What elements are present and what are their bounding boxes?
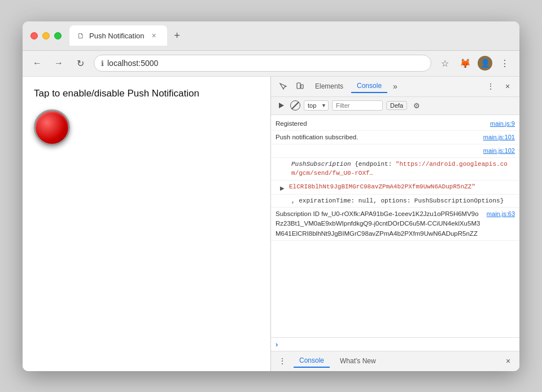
context-selector-wrapper: top ▼ — [304, 100, 329, 111]
tab-title: Push Notification — [89, 32, 145, 40]
console-play-button[interactable] — [276, 100, 287, 111]
console-filter-input[interactable] — [332, 100, 383, 111]
devtools-tab-elements[interactable]: Elements — [309, 80, 349, 93]
title-bar: 🗋 Push Notification × + — [23, 21, 519, 51]
console-msg-elcri: ElCRI8blhNt9JgBIMGrC98avZPmA4b2PXfm9UwN6… — [289, 182, 515, 192]
devtools-toolbar: Elements Console » ⋮ × — [271, 77, 519, 97]
devtools-second-bar: top ▼ Defa ⚙ — [271, 97, 519, 115]
console-link-102[interactable]: main.js:102 — [483, 146, 515, 156]
forward-button[interactable]: → — [51, 55, 67, 71]
cursor-tool-button[interactable] — [276, 79, 290, 94]
tab-page-icon: 🗋 — [77, 32, 85, 40]
extension-icon: 🦊 — [460, 58, 471, 69]
devtools-bottom-tab-whatsnew[interactable]: What's New — [334, 355, 382, 367]
address-text: localhost:5000 — [107, 59, 424, 68]
page-content: Tap to enable/disable Push Notification — [23, 77, 271, 371]
context-select[interactable]: top — [304, 100, 329, 111]
new-tab-button[interactable]: + — [169, 28, 185, 43]
extension-button[interactable]: 🦊 — [457, 55, 473, 71]
tab-bar: 🗋 Push Notification × + — [69, 25, 512, 46]
console-line-registered: Registered main.js:9 — [271, 117, 519, 131]
devtools-bottom-menu[interactable]: ⋮ — [276, 354, 289, 368]
main-area: Tap to enable/disable Push Notification — [23, 77, 519, 371]
minimize-traffic-light[interactable] — [42, 32, 50, 39]
browser-tab[interactable]: 🗋 Push Notification × — [69, 25, 167, 46]
prompt-chevron: › — [276, 340, 278, 349]
console-link-registered[interactable]: main.js:9 — [490, 119, 515, 129]
console-line-elcri: ▶ ElCRI8blhNt9JgBIMGrC98avZPmA4b2PXfm9Uw… — [271, 180, 519, 195]
push-notification-toggle-button[interactable] — [34, 109, 70, 146]
browser-window: 🗋 Push Notification × + ← → ↻ ℹ localhos… — [23, 21, 519, 371]
address-bar[interactable]: ℹ localhost:5000 — [94, 55, 431, 72]
device-tool-button[interactable] — [292, 79, 307, 94]
console-msg-registered: Registered — [276, 119, 486, 129]
console-line-102: main.js:102 — [271, 144, 519, 158]
console-msg-subid: Subscription ID fw_U0-rOXfk:APA91bGe-1ce… — [276, 209, 482, 239]
svg-rect-1 — [301, 85, 303, 89]
devtools-bottom-tab-console[interactable]: Console — [294, 354, 330, 368]
devtools-bottom-bar: ⋮ Console What's New × — [271, 351, 519, 371]
console-msg-expiry: , expirationTime: null, options: PushSub… — [291, 196, 515, 206]
expand-arrow[interactable]: ▶ — [280, 184, 285, 192]
console-line-push-obj: PushSubscription {endpoint: "https://and… — [271, 158, 519, 180]
close-traffic-light[interactable] — [30, 32, 38, 39]
page-heading: Tap to enable/disable Push Notification — [34, 88, 259, 99]
console-line-subid: Subscription ID fw_U0-rOXfk:APA91bGe-1ce… — [271, 208, 519, 241]
svg-marker-2 — [279, 103, 284, 108]
console-prompt: › — [271, 337, 519, 351]
reload-button[interactable]: ↻ — [72, 55, 88, 71]
nav-bar: ← → ↻ ℹ localhost:5000 ☆ 🦊 👤 ⋮ — [23, 51, 519, 77]
console-link-subid[interactable]: main.js:63 — [487, 209, 515, 219]
traffic-lights — [30, 32, 62, 39]
avatar[interactable]: 👤 — [478, 56, 492, 71]
secure-icon: ℹ — [101, 59, 104, 68]
console-content: Registered main.js:9 Push notification s… — [271, 115, 519, 337]
console-clear-button[interactable] — [290, 100, 300, 111]
svg-rect-0 — [297, 83, 300, 89]
devtools-close-button[interactable]: × — [500, 79, 515, 94]
console-msg-push-obj: PushSubscription {endpoint: "https://and… — [291, 160, 515, 178]
devtools-tab-more[interactable]: » — [390, 80, 401, 93]
bookmark-button[interactable]: ☆ — [437, 55, 453, 71]
console-line-expiry: , expirationTime: null, options: PushSub… — [271, 195, 519, 208]
console-input[interactable] — [281, 340, 515, 348]
nav-actions: ☆ 🦊 👤 ⋮ — [437, 55, 513, 71]
tab-close-button[interactable]: × — [149, 30, 159, 41]
maximize-traffic-light[interactable] — [54, 32, 62, 39]
chrome-menu-button[interactable]: ⋮ — [497, 55, 513, 71]
devtools-tab-console[interactable]: Console — [351, 80, 387, 93]
console-line-subscribed: Push notification subscribed. main.js:10… — [271, 131, 519, 144]
console-link-subscribed[interactable]: main.js:101 — [483, 133, 515, 142]
devtools-menu-button[interactable]: ⋮ — [483, 79, 498, 94]
devtools-panel: Elements Console » ⋮ × top — [271, 77, 519, 371]
back-button[interactable]: ← — [29, 55, 45, 71]
console-settings-button[interactable]: ⚙ — [410, 99, 423, 112]
devtools-bottom-close-button[interactable]: × — [501, 354, 515, 368]
console-msg-subscribed: Push notification subscribed. — [276, 133, 479, 142]
default-levels-badge[interactable]: Defa — [386, 101, 407, 110]
